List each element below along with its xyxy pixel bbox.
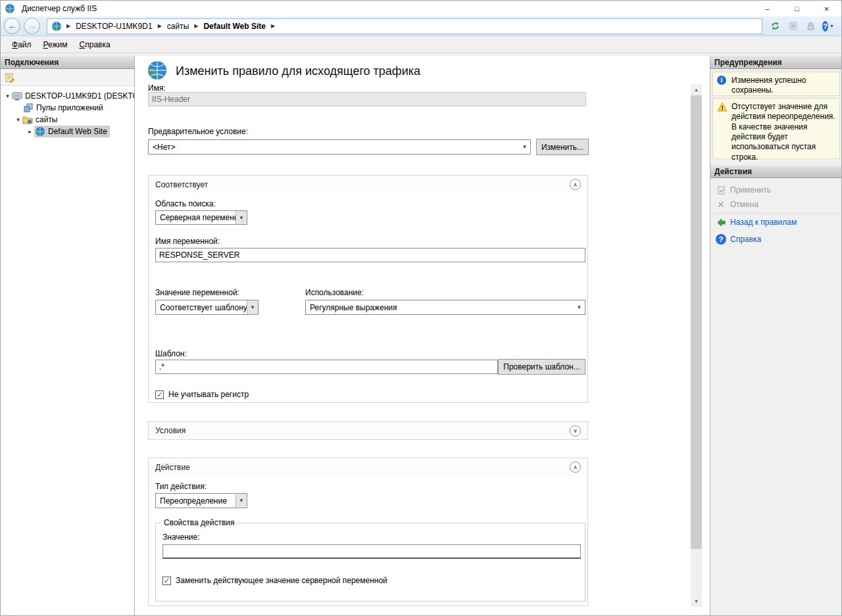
selected-tree-item[interactable]: Default Web Site: [34, 126, 110, 137]
stop-icon: [787, 20, 799, 32]
titlebar: Диспетчер служб IIS – □ ×: [1, 1, 841, 16]
breadcrumb-item-default-web-site[interactable]: Default Web Site: [201, 22, 267, 31]
expanded-icon[interactable]: ▾: [3, 93, 12, 99]
collapse-section-icon[interactable]: ∧: [570, 179, 581, 190]
actions-header-label: Действия: [714, 167, 752, 176]
window-controls: – □ ×: [753, 1, 841, 16]
test-pattern-button[interactable]: Проверить шаблон...: [498, 359, 585, 375]
help-dropdown-icon: ▼: [830, 24, 834, 28]
page-globe-icon: [147, 60, 168, 81]
replace-checkbox-row: ✓ Заменить действующее значение серверно…: [162, 576, 387, 585]
page-title: Изменить правило для исходящего трафика: [176, 64, 420, 78]
menu-file[interactable]: Файл: [6, 38, 37, 51]
test-pattern-label: Проверить шаблон...: [503, 362, 580, 371]
server-icon: [12, 91, 22, 101]
close-button[interactable]: ×: [812, 1, 841, 16]
menu-view[interactable]: Режим: [37, 38, 74, 51]
site-globe-icon: [35, 126, 45, 137]
action-properties-legend: Свойства действия: [161, 518, 237, 527]
pattern-input[interactable]: [155, 360, 498, 374]
precondition-select[interactable]: <Нет> ▼: [148, 139, 531, 154]
tree-row-app-pools[interactable]: Пулы приложений: [1, 102, 134, 114]
action-type-label: Тип действия:: [155, 482, 207, 491]
window-title: Диспетчер служб IIS: [22, 4, 97, 13]
action-type-select[interactable]: Переопределение ▼: [155, 493, 247, 508]
variable-value-select[interactable]: Соответствует шаблону ▼: [155, 300, 259, 315]
iis-manager-window: Диспетчер служб IIS – □ × ← → ▶ DESKTOP-…: [0, 0, 842, 616]
menu-help[interactable]: Справка: [74, 38, 116, 51]
tree-row-server[interactable]: ▾ DESKTOP-U1MK9D1 (DESKTOP: [1, 90, 134, 102]
connections-panel: Подключения ▾ DESKTOP-U1MK9D1 (DESKTOP П…: [1, 56, 135, 616]
back-to-rules-action[interactable]: Назад к правилам: [710, 215, 842, 229]
warning-icon: [717, 102, 728, 112]
forward-button[interactable]: →: [24, 18, 40, 34]
cancel-label: Отмена: [730, 200, 758, 209]
tree-row-default-web-site[interactable]: ▸ Default Web Site: [1, 126, 134, 137]
expanded-icon[interactable]: ▾: [14, 116, 22, 123]
alerts-header: Предупреждения: [710, 56, 842, 69]
alerts-header-label: Предупреждения: [714, 58, 782, 67]
action-value-input[interactable]: [162, 544, 581, 559]
action-value-label: Значение:: [162, 533, 200, 542]
globe-icon: [51, 21, 62, 32]
conditions-section-title: Условия: [155, 426, 570, 435]
match-section-header[interactable]: Соответствует ∧: [149, 176, 587, 193]
back-to-rules-label[interactable]: Назад к правилам: [730, 218, 797, 227]
alert-info-text: Изменения успешно сохранены.: [731, 76, 837, 92]
breadcrumb-separator-icon: ▶: [155, 23, 165, 29]
scrollbar-thumb[interactable]: [691, 95, 702, 549]
expand-section-icon[interactable]: ∨: [570, 425, 581, 437]
help-icon[interactable]: ?▼: [822, 20, 834, 32]
breadcrumb-item-sites[interactable]: сайты: [165, 22, 191, 31]
maximize-button[interactable]: □: [782, 1, 812, 16]
app-pools-icon: [23, 103, 34, 113]
ignore-case-checkbox[interactable]: ✓: [155, 391, 164, 399]
back-button[interactable]: ←: [4, 18, 20, 34]
action-section-header[interactable]: Действие ∧: [149, 458, 587, 476]
right-panel: Предупреждения i Изменения успешно сохра…: [710, 56, 842, 616]
variable-name-input[interactable]: [155, 248, 585, 262]
tree-label-app-pools[interactable]: Пулы приложений: [36, 103, 103, 112]
using-select[interactable]: Регулярные выражения ▼: [305, 300, 585, 315]
collapsed-icon[interactable]: ▸: [26, 128, 34, 135]
action-properties-group: Свойства действия Значение: ✓ Заменить д…: [155, 523, 585, 602]
minimize-button[interactable]: –: [753, 1, 782, 16]
breadcrumb-item-server[interactable]: DESKTOP-U1MK9D1: [74, 22, 154, 31]
scroll-up-icon[interactable]: ▲: [691, 84, 702, 95]
edit-precondition-button[interactable]: Изменить...: [536, 139, 589, 155]
ignore-case-checkbox-row: ✓ Не учитывать регистр: [155, 390, 249, 399]
tree-label-sites[interactable]: сайты: [36, 115, 58, 124]
conditions-section: Условия ∨: [148, 421, 588, 440]
collapse-section-icon[interactable]: ∧: [570, 462, 581, 473]
feature-page: Изменить правило для исходящего трафика …: [135, 56, 710, 616]
address-bar-tools: ?▼: [769, 20, 834, 32]
tree-label-server[interactable]: DESKTOP-U1MK9D1 (DESKTOP: [25, 91, 134, 101]
help-action[interactable]: ? Справка: [710, 232, 842, 247]
using-value: Регулярные выражения: [310, 303, 574, 312]
new-connection-icon[interactable]: [5, 72, 15, 83]
chevron-down-icon: ▼: [235, 211, 247, 224]
breadcrumb-separator-icon: ▶: [268, 23, 278, 29]
vertical-scrollbar[interactable]: ▲ ▼: [691, 84, 702, 607]
back-arrow-icon: [716, 217, 726, 227]
apply-icon: [716, 185, 726, 195]
breadcrumb: ▶ DESKTOP-U1MK9D1 ▶ сайты ▶ Default Web …: [47, 18, 762, 34]
edit-precondition-label: Изменить...: [541, 143, 583, 152]
scope-value: Серверная переменн: [160, 213, 235, 222]
info-icon: i: [717, 76, 728, 86]
restart-icon[interactable]: [769, 20, 781, 32]
name-label: Имя:: [148, 83, 166, 93]
chevron-down-icon: ▼: [574, 300, 585, 314]
variable-value-label: Значение переменной:: [155, 288, 239, 297]
scope-select[interactable]: Серверная переменн ▼: [155, 210, 247, 225]
variable-value-value: Соответствует шаблону: [160, 303, 247, 312]
connections-header: Подключения: [1, 56, 134, 69]
tree-label-default-web-site[interactable]: Default Web Site: [48, 127, 107, 136]
tree-row-sites[interactable]: ▾ сайты: [1, 114, 134, 126]
help-label[interactable]: Справка: [730, 235, 761, 244]
chevron-down-icon: ▼: [235, 494, 247, 508]
alert-info: i Изменения успешно сохранены.: [712, 72, 840, 96]
replace-checkbox[interactable]: ✓: [162, 577, 171, 585]
conditions-section-header[interactable]: Условия ∨: [149, 422, 587, 439]
scroll-down-icon[interactable]: ▼: [691, 596, 702, 607]
